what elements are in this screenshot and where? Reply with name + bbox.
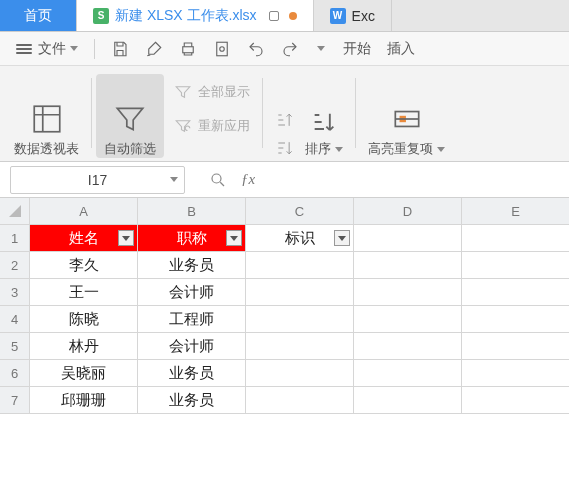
formula-input[interactable] — [269, 166, 569, 194]
cell-D4[interactable] — [354, 306, 462, 333]
cell-B1-header[interactable]: 职称 — [138, 225, 246, 252]
auto-filter-button[interactable]: 自动筛选 — [96, 74, 164, 158]
cell-B6[interactable]: 业务员 — [138, 360, 246, 387]
column-header-B[interactable]: B — [138, 198, 246, 225]
filter-button-C[interactable] — [334, 230, 350, 246]
save-as-icon — [145, 40, 163, 58]
row-header-2[interactable]: 2 — [0, 252, 30, 279]
print-preview-button[interactable] — [207, 37, 237, 61]
row-header-7[interactable]: 7 — [0, 387, 30, 414]
cell-D2[interactable] — [354, 252, 462, 279]
ribbon-data-tab: 数据透视表 自动筛选 全部显示 重新应用 排序 高亮重复项 — [0, 66, 569, 162]
ribbon-tab-insert[interactable]: 插入 — [381, 37, 421, 61]
cell-D3[interactable] — [354, 279, 462, 306]
cell-A7[interactable]: 邱珊珊 — [30, 387, 138, 414]
highlight-duplicates-button[interactable]: 高亮重复项 — [360, 74, 453, 158]
print-preview-icon — [213, 40, 231, 58]
sort-asc-icon — [275, 110, 295, 130]
cell-E2[interactable] — [462, 252, 569, 279]
spreadsheet-grid[interactable]: A B C D E 1 姓名 职称 标识 2 李久 业务员 3 王一 会计师 4… — [0, 198, 569, 414]
undo-button[interactable] — [241, 37, 271, 61]
cell-E5[interactable] — [462, 333, 569, 360]
window-restore-icon[interactable] — [269, 11, 279, 21]
sort-asc-button[interactable] — [275, 110, 295, 130]
file-menu-button[interactable]: 文件 — [10, 37, 84, 61]
cell-C7[interactable] — [246, 387, 354, 414]
cell-B2[interactable]: 业务员 — [138, 252, 246, 279]
cell-D7[interactable] — [354, 387, 462, 414]
cell-B4[interactable]: 工程师 — [138, 306, 246, 333]
customize-toolbar-icon[interactable] — [317, 46, 325, 51]
sort-desc-icon — [275, 138, 295, 158]
save-as-button[interactable] — [139, 37, 169, 61]
tab-next-title: Exc — [352, 8, 375, 24]
cell-D5[interactable] — [354, 333, 462, 360]
cell-C4[interactable] — [246, 306, 354, 333]
filter-button-A[interactable] — [118, 230, 134, 246]
ribbon-tab-start[interactable]: 开始 — [337, 37, 377, 61]
cell-D1[interactable] — [354, 225, 462, 252]
row-header-1[interactable]: 1 — [0, 225, 30, 252]
tab-active-document[interactable]: S 新建 XLSX 工作表.xlsx — [77, 0, 314, 31]
word-app-icon: W — [330, 8, 346, 24]
sort-dialog-button[interactable]: 排序 — [305, 108, 343, 158]
reapply-filter-button[interactable]: 重新应用 — [174, 114, 250, 138]
sort-icon — [310, 108, 338, 136]
cell-C3[interactable] — [246, 279, 354, 306]
show-all-button[interactable]: 全部显示 — [174, 80, 250, 104]
cell-E4[interactable] — [462, 306, 569, 333]
cell-A6[interactable]: 吴晓丽 — [30, 360, 138, 387]
cell-E7[interactable] — [462, 387, 569, 414]
cell-name-box[interactable]: I17 — [10, 166, 185, 194]
cell-A2[interactable]: 李久 — [30, 252, 138, 279]
cell-C1-value: 标识 — [285, 229, 315, 248]
cell-C5[interactable] — [246, 333, 354, 360]
row-header-5[interactable]: 5 — [0, 333, 30, 360]
column-header-E[interactable]: E — [462, 198, 569, 225]
cell-A4[interactable]: 陈晓 — [30, 306, 138, 333]
column-header-D[interactable]: D — [354, 198, 462, 225]
save-button[interactable] — [105, 37, 135, 61]
cell-E1[interactable] — [462, 225, 569, 252]
sort-asc-desc-column — [275, 110, 295, 158]
zoom-icon[interactable] — [209, 171, 227, 189]
chevron-down-icon — [338, 236, 346, 241]
ribbon-separator — [262, 78, 263, 148]
row-header-3[interactable]: 3 — [0, 279, 30, 306]
chevron-down-icon — [70, 46, 78, 51]
insert-function-button[interactable]: ƒx — [241, 171, 255, 188]
filter-options-group: 全部显示 重新应用 — [166, 74, 258, 158]
cell-B3[interactable]: 会计师 — [138, 279, 246, 306]
redo-button[interactable] — [275, 37, 305, 61]
pivot-table-button[interactable]: 数据透视表 — [6, 74, 87, 158]
print-button[interactable] — [173, 37, 203, 61]
filter-button-B[interactable] — [226, 230, 242, 246]
cell-A1-header[interactable]: 姓名 — [30, 225, 138, 252]
cell-C2[interactable] — [246, 252, 354, 279]
cell-reference-value: I17 — [88, 172, 107, 188]
highlight-duplicates-label: 高亮重复项 — [368, 140, 445, 158]
cell-D6[interactable] — [354, 360, 462, 387]
ribbon-tab-start-label: 开始 — [343, 40, 371, 58]
cell-A5[interactable]: 林丹 — [30, 333, 138, 360]
pivot-table-icon — [30, 102, 64, 136]
cell-B7[interactable]: 业务员 — [138, 387, 246, 414]
show-all-label: 全部显示 — [198, 83, 250, 101]
row-header-6[interactable]: 6 — [0, 360, 30, 387]
cell-C6[interactable] — [246, 360, 354, 387]
highlight-duplicates-icon — [390, 102, 424, 136]
column-header-A[interactable]: A — [30, 198, 138, 225]
cell-E3[interactable] — [462, 279, 569, 306]
tab-next-document[interactable]: W Exc — [314, 0, 392, 31]
cell-E6[interactable] — [462, 360, 569, 387]
chevron-down-icon — [122, 236, 130, 241]
column-header-C[interactable]: C — [246, 198, 354, 225]
cell-C1[interactable]: 标识 — [246, 225, 354, 252]
cell-A3[interactable]: 王一 — [30, 279, 138, 306]
file-menu-label: 文件 — [38, 40, 66, 58]
cell-B5[interactable]: 会计师 — [138, 333, 246, 360]
row-header-4[interactable]: 4 — [0, 306, 30, 333]
tab-home[interactable]: 首页 — [0, 0, 77, 31]
select-all-corner[interactable] — [0, 198, 30, 225]
sort-desc-button[interactable] — [275, 138, 295, 158]
